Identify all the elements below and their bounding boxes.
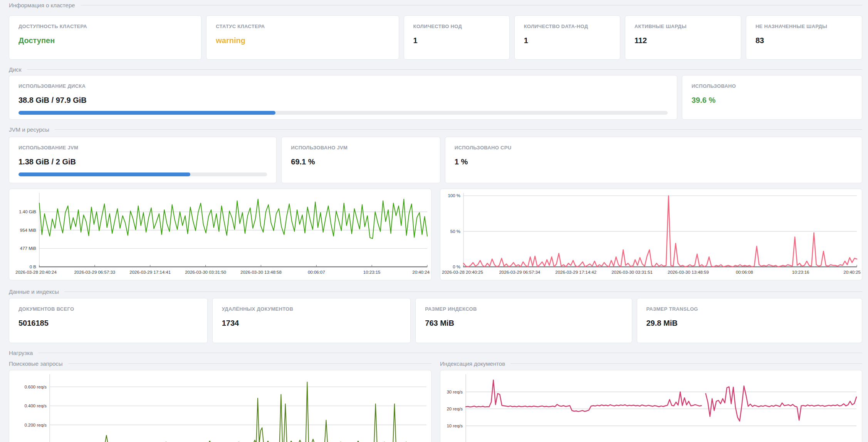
svg-text:2026-03-29 17:14:41: 2026-03-29 17:14:41 bbox=[129, 270, 171, 275]
disk-cards: ИСПОЛЬЗОВАНИЕ ДИСКА38.8 GiB / 97.9 GiBИС… bbox=[9, 75, 862, 120]
metric-card-value: 1734 bbox=[222, 319, 401, 328]
search-rate-chart[interactable]: 0.200 req/s0.400 req/s0.600 req/s bbox=[9, 370, 431, 442]
svg-text:2026-03-29 17:14:42: 2026-03-29 17:14:42 bbox=[555, 270, 596, 275]
metric-card-value: 1 % bbox=[455, 157, 853, 166]
search-rate-divider: Поисковые запросы bbox=[9, 359, 431, 368]
metric-card-label: КОЛИЧЕСТВО НОД bbox=[413, 23, 500, 29]
metric-card-label: ИСПОЛЬЗОВАНО bbox=[692, 83, 853, 89]
data-indices-cards: ДОКУМЕНТОВ ВСЕГО5016185УДАЛЁННЫХ ДОКУМЕН… bbox=[9, 298, 862, 343]
svg-text:2026-03-30 13:48:58: 2026-03-30 13:48:58 bbox=[240, 270, 282, 275]
metric-card: ДОКУМЕНТОВ ВСЕГО5016185 bbox=[9, 298, 208, 343]
divider-line bbox=[510, 363, 862, 364]
metric-card-label: ДОКУМЕНТОВ ВСЕГО bbox=[18, 306, 198, 312]
metric-card: СТАТУС КЛАСТЕРАwarning bbox=[206, 15, 399, 60]
svg-text:20:40:24: 20:40:24 bbox=[412, 270, 430, 275]
indexing-rate-chart[interactable]: 10 req/s20 req/s30 req/s bbox=[440, 370, 862, 442]
cluster-monitoring-dashboard: Информация о кластере ДОСТУПНОСТЬ КЛАСТЕ… bbox=[0, 0, 868, 442]
svg-text:2026-03-30 03:31:51: 2026-03-30 03:31:51 bbox=[611, 270, 653, 275]
metric-card-label: КОЛИЧЕСТВО DATA-НОД bbox=[524, 23, 611, 29]
indexing-rate-title: Индексация документов bbox=[440, 360, 505, 367]
cpu-usage-svg: 0 %50 %100 %2026-03-28 20:40:252026-03-2… bbox=[440, 189, 862, 280]
svg-text:10 req/s: 10 req/s bbox=[447, 424, 463, 428]
section-load-divider: Нагрузка bbox=[9, 348, 862, 357]
metric-card-value: 5016185 bbox=[18, 319, 198, 328]
svg-text:2026-03-30 03:31:50: 2026-03-30 03:31:50 bbox=[185, 270, 226, 275]
metric-card-label: ДОСТУПНОСТЬ КЛАСТЕРА bbox=[18, 23, 192, 29]
section-jvm-divider: JVM и ресурсы bbox=[9, 125, 862, 134]
load-charts-row: Поисковые запросы 0.200 req/s0.400 req/s… bbox=[9, 359, 862, 442]
metric-card-label: ИСПОЛЬЗОВАНИЕ JVM bbox=[18, 145, 267, 151]
svg-text:0.400 req/s: 0.400 req/s bbox=[24, 403, 47, 408]
jvm-heap-svg: 0 B477 MiB954 MiB1.40 GiB2026-03-28 20:4… bbox=[9, 189, 431, 280]
metric-card-value: 112 bbox=[635, 36, 732, 45]
svg-text:10:23:16: 10:23:16 bbox=[792, 270, 809, 275]
svg-text:2026-03-28 20:40:25: 2026-03-28 20:40:25 bbox=[442, 270, 483, 275]
section-cluster-info-title: Информация о кластере bbox=[9, 2, 75, 8]
search-rate-svg: 0.200 req/s0.400 req/s0.600 req/s bbox=[9, 370, 431, 442]
svg-text:20:40:25: 20:40:25 bbox=[843, 270, 861, 275]
svg-text:00:06:07: 00:06:07 bbox=[308, 270, 325, 275]
metric-card-label: АКТИВНЫЕ ШАРДЫ bbox=[635, 23, 732, 29]
metric-card-value: 69.1 % bbox=[291, 157, 431, 166]
cluster-info-cards: ДОСТУПНОСТЬ КЛАСТЕРАДоступенСТАТУС КЛАСТ… bbox=[9, 15, 862, 60]
metric-card: КОЛИЧЕСТВО DATA-НОД1 bbox=[514, 15, 620, 60]
metric-card: ИСПОЛЬЗОВАНО39.6 % bbox=[682, 75, 862, 120]
divider-line bbox=[27, 69, 862, 70]
svg-text:20 req/s: 20 req/s bbox=[447, 407, 463, 411]
jvm-heap-line-series bbox=[39, 199, 427, 238]
metric-card: АКТИВНЫЕ ШАРДЫ112 bbox=[625, 15, 741, 60]
metric-card: РАЗМЕР ИНДЕКСОВ763 MiB bbox=[415, 298, 632, 343]
metric-card-label: РАЗМЕР TRANSLOG bbox=[646, 306, 853, 312]
svg-text:2026-03-29 06:57:33: 2026-03-29 06:57:33 bbox=[74, 270, 115, 275]
metric-card-value: 1 bbox=[524, 36, 611, 45]
metric-card-label: ИСПОЛЬЗОВАНО CPU bbox=[455, 145, 853, 151]
search-rate-line-series bbox=[50, 382, 426, 442]
metric-card-value: Доступен bbox=[18, 36, 192, 45]
metric-card-label: ИСПОЛЬЗОВАНО JVM bbox=[291, 145, 431, 151]
section-disk-title: Диск bbox=[9, 66, 22, 73]
metric-card-value: 1 bbox=[413, 36, 500, 45]
metric-card-value: 83 bbox=[756, 36, 853, 45]
metric-card: ИСПОЛЬЗОВАНИЕ ДИСКА38.8 GiB / 97.9 GiB bbox=[9, 75, 677, 120]
metric-card-value: 39.6 % bbox=[692, 96, 853, 105]
metric-card: ИСПОЛЬЗОВАНО CPU1 % bbox=[445, 137, 862, 183]
section-disk-divider: Диск bbox=[9, 65, 862, 74]
jvm-charts-row: 0 B477 MiB954 MiB1.40 GiB2026-03-28 20:4… bbox=[9, 189, 862, 280]
svg-text:50 %: 50 % bbox=[450, 229, 460, 234]
progress-fill bbox=[18, 111, 275, 115]
metric-card: ДОСТУПНОСТЬ КЛАСТЕРАДоступен bbox=[9, 15, 201, 60]
indexing-rate-column: Индексация документов 10 req/s20 req/s30… bbox=[440, 359, 862, 442]
metric-card-label: НЕ НАЗНАЧЕННЫЕ ШАРДЫ bbox=[756, 23, 853, 29]
divider-line bbox=[81, 5, 862, 5]
svg-text:10:23:15: 10:23:15 bbox=[363, 270, 381, 275]
metric-card-value: 38.8 GiB / 97.9 GiB bbox=[18, 96, 668, 105]
metric-card-label: СТАТУС КЛАСТЕРА bbox=[216, 23, 389, 29]
search-rate-column: Поисковые запросы 0.200 req/s0.400 req/s… bbox=[9, 359, 431, 442]
progress-bar bbox=[18, 172, 267, 176]
svg-text:2026-03-28 20:40:24: 2026-03-28 20:40:24 bbox=[15, 270, 57, 275]
metric-card: НЕ НАЗНАЧЕННЫЕ ШАРДЫ83 bbox=[746, 15, 862, 60]
metric-card-label: РАЗМЕР ИНДЕКСОВ bbox=[425, 306, 622, 312]
svg-text:2026-03-30 13:48:59: 2026-03-30 13:48:59 bbox=[668, 270, 709, 275]
svg-text:0 B: 0 B bbox=[30, 265, 37, 269]
metric-card: КОЛИЧЕСТВО НОД1 bbox=[404, 15, 510, 60]
svg-text:30 req/s: 30 req/s bbox=[447, 390, 463, 394]
indexing-rate-divider: Индексация документов bbox=[440, 359, 862, 368]
metric-card: ИСПОЛЬЗОВАНО JVM69.1 % bbox=[281, 137, 440, 183]
jvm-cards: ИСПОЛЬЗОВАНИЕ JVM1.38 GiB / 2 GiBИСПОЛЬЗ… bbox=[9, 137, 862, 183]
jvm-heap-chart[interactable]: 0 B477 MiB954 MiB1.40 GiB2026-03-28 20:4… bbox=[9, 189, 431, 280]
search-rate-title: Поисковые запросы bbox=[9, 360, 63, 367]
cpu-usage-chart[interactable]: 0 %50 %100 %2026-03-28 20:40:252026-03-2… bbox=[440, 189, 863, 280]
metric-card-value: 1.38 GiB / 2 GiB bbox=[18, 157, 267, 166]
svg-text:0 %: 0 % bbox=[453, 265, 460, 269]
indexing-rate-svg: 10 req/s20 req/s30 req/s bbox=[440, 370, 862, 442]
divider-line bbox=[68, 363, 431, 364]
progress-fill bbox=[18, 172, 190, 176]
svg-text:100 %: 100 % bbox=[448, 193, 460, 198]
svg-text:1.40 GiB: 1.40 GiB bbox=[19, 209, 36, 214]
section-load-title: Нагрузка bbox=[9, 350, 33, 356]
svg-text:954 MiB: 954 MiB bbox=[20, 228, 37, 233]
divider-line bbox=[64, 291, 862, 292]
divider-line bbox=[38, 353, 862, 353]
svg-text:0.600 req/s: 0.600 req/s bbox=[24, 385, 47, 389]
